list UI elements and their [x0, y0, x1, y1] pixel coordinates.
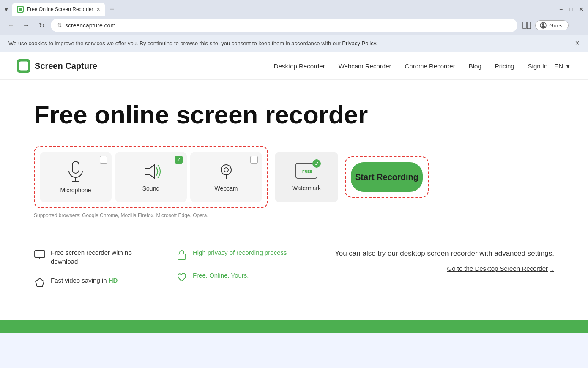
maximize-button[interactable]: □: [568, 6, 574, 13]
svg-text:FREE: FREE: [302, 169, 312, 174]
active-tab[interactable]: Free Online Screen Recorder ×: [12, 3, 105, 16]
privacy-policy-link[interactable]: Privacy Policy: [342, 40, 376, 46]
browser-menu-button[interactable]: ⋮: [571, 19, 583, 31]
svg-point-5: [542, 23, 544, 26]
logo-icon: [17, 59, 30, 73]
svg-rect-3: [527, 22, 531, 29]
cookie-banner: We use cookies to improve the services w…: [0, 35, 588, 52]
monitor-icon: [34, 249, 46, 261]
feature-hd: Fast video saving in HD: [34, 276, 150, 289]
nav-webcam-recorder[interactable]: Webcam Recorder: [339, 63, 391, 70]
browser-tabs: ▼ Free Online Screen Recorder × +: [3, 3, 556, 16]
navigation: Screen Capture Desktop Recorder Webcam R…: [0, 52, 588, 80]
tab-close-button[interactable]: ×: [97, 6, 100, 13]
bottom-green-bar: [0, 320, 588, 333]
address-bar[interactable]: ⇅ screencapture.com: [51, 19, 517, 32]
features-left: Free screen recorder with no download Fa…: [34, 248, 150, 299]
svg-point-14: [224, 168, 228, 172]
start-recording-button[interactable]: Start Recording: [351, 162, 423, 192]
webcam-card[interactable]: Webcam: [190, 152, 262, 202]
heart-icon: [176, 272, 188, 283]
feature-no-download-text: Free screen recorder with no download: [51, 248, 150, 266]
sign-in-link[interactable]: Sign In: [528, 63, 548, 70]
svg-rect-2: [523, 22, 526, 29]
recorder-options-group: Microphone ✓ Sound: [34, 146, 268, 208]
feature-no-download: Free screen recorder with no download: [34, 248, 150, 266]
chevron-down-icon: ▼: [565, 63, 571, 70]
back-button[interactable]: ←: [5, 19, 17, 31]
webcam-label: Webcam: [215, 185, 238, 192]
minimize-button[interactable]: −: [558, 6, 564, 13]
window-controls: − □ ✕: [558, 6, 585, 13]
watermark-check-icon: ✓: [312, 159, 321, 168]
nav-desktop-recorder[interactable]: Desktop Recorder: [274, 63, 325, 70]
logo-text: Screen Capture: [35, 61, 97, 71]
svg-rect-23: [178, 254, 186, 259]
feature-free: Free. Online. Yours.: [176, 271, 293, 283]
main-section: Free online screen recorder Microphone: [0, 80, 588, 235]
microphone-icon: [66, 161, 85, 183]
nav-right: Sign In EN ▼: [528, 63, 571, 70]
cookie-close-button[interactable]: ×: [575, 39, 580, 48]
svg-rect-1: [19, 8, 22, 11]
svg-marker-22: [36, 278, 44, 287]
svg-rect-8: [20, 63, 23, 65]
tab-dropdown-icon[interactable]: ▼: [3, 6, 9, 13]
refresh-button[interactable]: ↻: [36, 19, 47, 31]
page-title: Free online screen recorder: [34, 101, 554, 129]
lock-icon: [176, 249, 188, 261]
close-button[interactable]: ✕: [578, 6, 585, 13]
nav-chrome-recorder[interactable]: Chrome Recorder: [405, 63, 455, 70]
svg-rect-19: [35, 251, 45, 257]
watermark-card[interactable]: FREE ✓ Watermark: [275, 152, 338, 202]
feature-privacy-text: High privacy of recording process: [193, 248, 287, 257]
nav-blog[interactable]: Blog: [469, 63, 481, 70]
nav-links: Desktop Recorder Webcam Recorder Chrome …: [274, 63, 514, 70]
feature-privacy: High privacy of recording process: [176, 248, 293, 261]
page-content: We use cookies to improve the services w…: [0, 35, 588, 320]
diamond-icon: [34, 277, 46, 289]
nav-pricing[interactable]: Pricing: [495, 63, 514, 70]
promo-section: You can also try our desktop screen reco…: [318, 248, 554, 299]
start-recording-wrapper: Start Recording: [345, 156, 429, 198]
microphone-card[interactable]: Microphone: [40, 152, 112, 202]
supported-browsers-text: Supported browsers: Google Chrome, Mozil…: [34, 213, 554, 218]
language-selector[interactable]: EN ▼: [554, 63, 571, 70]
promo-link-text: Go to the Desktop Screen Recorder: [447, 265, 548, 272]
tab-title: Free Online Screen Recorder: [27, 6, 93, 12]
split-view-button[interactable]: [521, 19, 533, 31]
arrow-down-icon: ↓: [550, 264, 554, 273]
address-text: screencapture.com: [65, 22, 511, 29]
profile-label: Guest: [549, 22, 564, 29]
watermark-label: Watermark: [292, 185, 321, 191]
svg-marker-12: [145, 165, 154, 178]
promo-link[interactable]: Go to the Desktop Screen Recorder ↓: [335, 264, 554, 273]
feature-free-text: Free. Online. Yours.: [193, 271, 249, 280]
new-tab-button[interactable]: +: [106, 3, 118, 15]
forward-button[interactable]: →: [20, 19, 32, 31]
tab-favicon: [17, 6, 24, 13]
sound-label: Sound: [142, 185, 159, 192]
address-icon: ⇅: [57, 22, 62, 28]
cookie-text: We use cookies to improve the services w…: [8, 40, 377, 46]
svg-point-13: [221, 165, 231, 175]
logo[interactable]: Screen Capture: [17, 59, 97, 73]
microphone-checkbox[interactable]: [100, 156, 107, 164]
browser-chrome: ▼ Free Online Screen Recorder × + − □ ✕ …: [0, 0, 588, 35]
feature-hd-text: Fast video saving in HD: [51, 276, 118, 285]
toolbar-right: Guest ⋮: [521, 19, 583, 31]
webcam-checkbox[interactable]: [250, 156, 258, 164]
sound-icon: [141, 162, 161, 181]
promo-text: You can also try our desktop screen reco…: [335, 248, 554, 259]
features-right-col: High privacy of recording process Free. …: [176, 248, 293, 299]
microphone-label: Microphone: [60, 187, 91, 194]
browser-toolbar: ← → ↻ ⇅ screencapture.com Guest ⋮: [0, 16, 588, 35]
svg-rect-9: [72, 161, 79, 173]
sound-checkbox[interactable]: ✓: [175, 156, 183, 164]
features-section: Free screen recorder with no download Fa…: [0, 235, 588, 320]
webcam-icon: [217, 162, 235, 181]
sound-card[interactable]: ✓ Sound: [115, 152, 187, 202]
recorder-controls: Microphone ✓ Sound: [34, 146, 554, 208]
profile-button[interactable]: Guest: [535, 20, 569, 30]
